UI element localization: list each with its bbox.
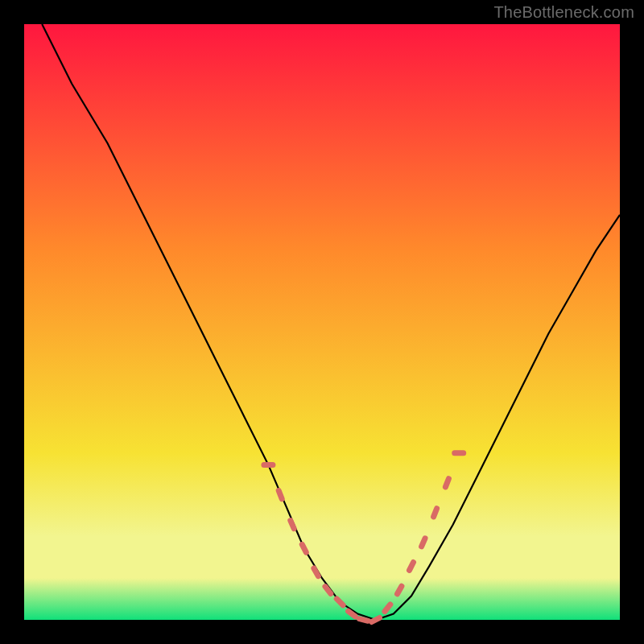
chart-svg <box>0 0 644 644</box>
marker-dash <box>291 521 294 529</box>
marker-dash <box>422 539 425 547</box>
marker-dash <box>398 586 402 594</box>
marker-dash <box>445 479 448 487</box>
chart-container: { "attribution": "TheBottleneck.com", "c… <box>0 0 644 644</box>
marker-dash <box>279 491 282 499</box>
marker-dash <box>410 563 414 571</box>
marker-dash <box>434 509 437 517</box>
marker-dash <box>302 544 306 552</box>
marker-dash <box>360 619 369 621</box>
marker-dash <box>314 568 318 576</box>
plot-background <box>24 24 620 620</box>
marker-dash <box>372 618 380 622</box>
